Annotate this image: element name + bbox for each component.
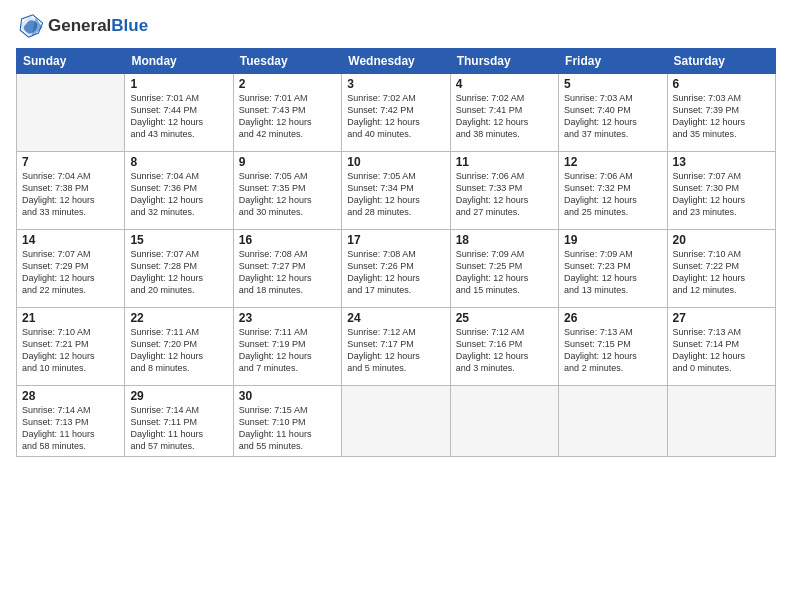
week-row-5: 28Sunrise: 7:14 AM Sunset: 7:13 PM Dayli…	[17, 386, 776, 457]
week-row-1: 1Sunrise: 7:01 AM Sunset: 7:44 PM Daylig…	[17, 74, 776, 152]
day-cell-20: 20Sunrise: 7:10 AM Sunset: 7:22 PM Dayli…	[667, 230, 775, 308]
day-cell-4: 4Sunrise: 7:02 AM Sunset: 7:41 PM Daylig…	[450, 74, 558, 152]
day-cell-8: 8Sunrise: 7:04 AM Sunset: 7:36 PM Daylig…	[125, 152, 233, 230]
week-row-4: 21Sunrise: 7:10 AM Sunset: 7:21 PM Dayli…	[17, 308, 776, 386]
day-info: Sunrise: 7:07 AM Sunset: 7:30 PM Dayligh…	[673, 170, 770, 219]
day-number: 17	[347, 233, 444, 247]
day-number: 13	[673, 155, 770, 169]
day-number: 20	[673, 233, 770, 247]
day-info: Sunrise: 7:11 AM Sunset: 7:19 PM Dayligh…	[239, 326, 336, 375]
day-info: Sunrise: 7:06 AM Sunset: 7:33 PM Dayligh…	[456, 170, 553, 219]
day-number: 29	[130, 389, 227, 403]
week-row-3: 14Sunrise: 7:07 AM Sunset: 7:29 PM Dayli…	[17, 230, 776, 308]
day-cell-12: 12Sunrise: 7:06 AM Sunset: 7:32 PM Dayli…	[559, 152, 667, 230]
day-number: 25	[456, 311, 553, 325]
day-info: Sunrise: 7:04 AM Sunset: 7:36 PM Dayligh…	[130, 170, 227, 219]
day-cell-23: 23Sunrise: 7:11 AM Sunset: 7:19 PM Dayli…	[233, 308, 341, 386]
day-cell-30: 30Sunrise: 7:15 AM Sunset: 7:10 PM Dayli…	[233, 386, 341, 457]
day-number: 26	[564, 311, 661, 325]
day-number: 28	[22, 389, 119, 403]
day-number: 7	[22, 155, 119, 169]
day-cell-16: 16Sunrise: 7:08 AM Sunset: 7:27 PM Dayli…	[233, 230, 341, 308]
day-cell-7: 7Sunrise: 7:04 AM Sunset: 7:38 PM Daylig…	[17, 152, 125, 230]
day-number: 9	[239, 155, 336, 169]
day-cell-21: 21Sunrise: 7:10 AM Sunset: 7:21 PM Dayli…	[17, 308, 125, 386]
day-info: Sunrise: 7:04 AM Sunset: 7:38 PM Dayligh…	[22, 170, 119, 219]
day-cell-18: 18Sunrise: 7:09 AM Sunset: 7:25 PM Dayli…	[450, 230, 558, 308]
weekday-header-monday: Monday	[125, 49, 233, 74]
day-number: 10	[347, 155, 444, 169]
day-cell-6: 6Sunrise: 7:03 AM Sunset: 7:39 PM Daylig…	[667, 74, 775, 152]
day-info: Sunrise: 7:09 AM Sunset: 7:23 PM Dayligh…	[564, 248, 661, 297]
day-cell-27: 27Sunrise: 7:13 AM Sunset: 7:14 PM Dayli…	[667, 308, 775, 386]
day-info: Sunrise: 7:01 AM Sunset: 7:44 PM Dayligh…	[130, 92, 227, 141]
weekday-header-sunday: Sunday	[17, 49, 125, 74]
day-cell-13: 13Sunrise: 7:07 AM Sunset: 7:30 PM Dayli…	[667, 152, 775, 230]
day-info: Sunrise: 7:07 AM Sunset: 7:29 PM Dayligh…	[22, 248, 119, 297]
day-cell-17: 17Sunrise: 7:08 AM Sunset: 7:26 PM Dayli…	[342, 230, 450, 308]
day-cell-15: 15Sunrise: 7:07 AM Sunset: 7:28 PM Dayli…	[125, 230, 233, 308]
day-info: Sunrise: 7:07 AM Sunset: 7:28 PM Dayligh…	[130, 248, 227, 297]
day-info: Sunrise: 7:10 AM Sunset: 7:22 PM Dayligh…	[673, 248, 770, 297]
day-number: 22	[130, 311, 227, 325]
day-number: 19	[564, 233, 661, 247]
day-info: Sunrise: 7:05 AM Sunset: 7:35 PM Dayligh…	[239, 170, 336, 219]
day-number: 15	[130, 233, 227, 247]
day-number: 8	[130, 155, 227, 169]
day-cell-empty	[559, 386, 667, 457]
day-number: 12	[564, 155, 661, 169]
day-cell-19: 19Sunrise: 7:09 AM Sunset: 7:23 PM Dayli…	[559, 230, 667, 308]
day-info: Sunrise: 7:14 AM Sunset: 7:13 PM Dayligh…	[22, 404, 119, 453]
weekday-header-saturday: Saturday	[667, 49, 775, 74]
day-info: Sunrise: 7:12 AM Sunset: 7:16 PM Dayligh…	[456, 326, 553, 375]
day-cell-empty	[667, 386, 775, 457]
day-cell-26: 26Sunrise: 7:13 AM Sunset: 7:15 PM Dayli…	[559, 308, 667, 386]
day-cell-1: 1Sunrise: 7:01 AM Sunset: 7:44 PM Daylig…	[125, 74, 233, 152]
day-cell-3: 3Sunrise: 7:02 AM Sunset: 7:42 PM Daylig…	[342, 74, 450, 152]
day-info: Sunrise: 7:05 AM Sunset: 7:34 PM Dayligh…	[347, 170, 444, 219]
day-number: 18	[456, 233, 553, 247]
day-cell-2: 2Sunrise: 7:01 AM Sunset: 7:43 PM Daylig…	[233, 74, 341, 152]
day-cell-10: 10Sunrise: 7:05 AM Sunset: 7:34 PM Dayli…	[342, 152, 450, 230]
day-info: Sunrise: 7:03 AM Sunset: 7:39 PM Dayligh…	[673, 92, 770, 141]
day-cell-24: 24Sunrise: 7:12 AM Sunset: 7:17 PM Dayli…	[342, 308, 450, 386]
day-info: Sunrise: 7:13 AM Sunset: 7:14 PM Dayligh…	[673, 326, 770, 375]
weekday-header-tuesday: Tuesday	[233, 49, 341, 74]
day-number: 27	[673, 311, 770, 325]
logo-text: GeneralBlue	[48, 16, 148, 36]
day-info: Sunrise: 7:03 AM Sunset: 7:40 PM Dayligh…	[564, 92, 661, 141]
day-info: Sunrise: 7:08 AM Sunset: 7:26 PM Dayligh…	[347, 248, 444, 297]
header: GeneralBlue	[16, 12, 776, 40]
weekday-header-wednesday: Wednesday	[342, 49, 450, 74]
day-number: 3	[347, 77, 444, 91]
weekday-header-row: SundayMondayTuesdayWednesdayThursdayFrid…	[17, 49, 776, 74]
day-number: 21	[22, 311, 119, 325]
day-number: 2	[239, 77, 336, 91]
day-info: Sunrise: 7:14 AM Sunset: 7:11 PM Dayligh…	[130, 404, 227, 453]
day-info: Sunrise: 7:02 AM Sunset: 7:41 PM Dayligh…	[456, 92, 553, 141]
day-number: 1	[130, 77, 227, 91]
week-row-2: 7Sunrise: 7:04 AM Sunset: 7:38 PM Daylig…	[17, 152, 776, 230]
day-cell-11: 11Sunrise: 7:06 AM Sunset: 7:33 PM Dayli…	[450, 152, 558, 230]
day-info: Sunrise: 7:12 AM Sunset: 7:17 PM Dayligh…	[347, 326, 444, 375]
day-number: 16	[239, 233, 336, 247]
day-number: 11	[456, 155, 553, 169]
day-number: 4	[456, 77, 553, 91]
day-number: 30	[239, 389, 336, 403]
day-cell-25: 25Sunrise: 7:12 AM Sunset: 7:16 PM Dayli…	[450, 308, 558, 386]
day-info: Sunrise: 7:01 AM Sunset: 7:43 PM Dayligh…	[239, 92, 336, 141]
day-cell-5: 5Sunrise: 7:03 AM Sunset: 7:40 PM Daylig…	[559, 74, 667, 152]
day-number: 6	[673, 77, 770, 91]
calendar: SundayMondayTuesdayWednesdayThursdayFrid…	[16, 48, 776, 457]
day-cell-28: 28Sunrise: 7:14 AM Sunset: 7:13 PM Dayli…	[17, 386, 125, 457]
day-info: Sunrise: 7:10 AM Sunset: 7:21 PM Dayligh…	[22, 326, 119, 375]
weekday-header-thursday: Thursday	[450, 49, 558, 74]
day-cell-empty	[450, 386, 558, 457]
day-info: Sunrise: 7:09 AM Sunset: 7:25 PM Dayligh…	[456, 248, 553, 297]
logo: GeneralBlue	[16, 12, 148, 40]
day-number: 23	[239, 311, 336, 325]
day-cell-empty	[342, 386, 450, 457]
day-number: 5	[564, 77, 661, 91]
day-info: Sunrise: 7:02 AM Sunset: 7:42 PM Dayligh…	[347, 92, 444, 141]
day-info: Sunrise: 7:11 AM Sunset: 7:20 PM Dayligh…	[130, 326, 227, 375]
